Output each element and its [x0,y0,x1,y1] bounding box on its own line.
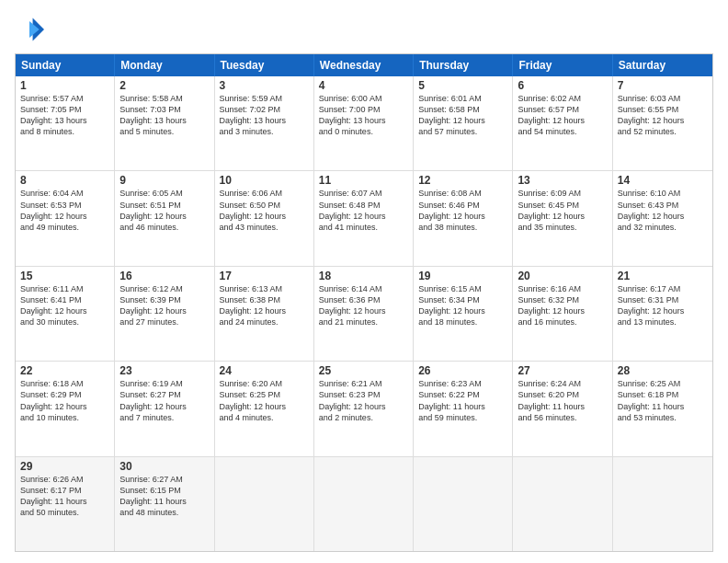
calendar-row-4: 22Sunrise: 6:18 AM Sunset: 6:29 PM Dayli… [16,361,712,455]
logo-icon [15,15,44,44]
day-number: 26 [418,364,507,377]
calendar-body: 1Sunrise: 5:57 AM Sunset: 7:05 PM Daylig… [16,76,712,551]
day-info: Sunrise: 6:03 AM Sunset: 6:55 PM Dayligh… [618,93,708,138]
day-cell-30: 30Sunrise: 6:27 AM Sunset: 6:15 PM Dayli… [115,457,214,551]
day-number: 15 [20,270,109,282]
header [15,15,713,44]
day-cell-16: 16Sunrise: 6:12 AM Sunset: 6:39 PM Dayli… [115,267,214,361]
day-cell-4: 4Sunrise: 6:00 AM Sunset: 7:00 PM Daylig… [314,76,414,170]
day-number: 27 [518,364,607,377]
day-info: Sunrise: 6:20 AM Sunset: 6:25 PM Dayligh… [220,378,309,423]
day-number: 24 [220,364,309,377]
empty-cell [513,457,612,551]
day-info: Sunrise: 6:10 AM Sunset: 6:43 PM Dayligh… [618,188,708,233]
header-day-tuesday: Tuesday [215,54,314,76]
day-number: 2 [119,79,209,92]
calendar-row-2: 8Sunrise: 6:04 AM Sunset: 6:53 PM Daylig… [16,170,712,265]
day-number: 5 [418,79,507,92]
day-number: 10 [220,174,309,187]
day-info: Sunrise: 6:13 AM Sunset: 6:38 PM Dayligh… [220,283,309,328]
day-number: 17 [220,270,309,282]
day-info: Sunrise: 6:02 AM Sunset: 6:57 PM Dayligh… [518,93,607,138]
day-cell-11: 11Sunrise: 6:07 AM Sunset: 6:48 PM Dayli… [314,171,414,265]
day-info: Sunrise: 6:17 AM Sunset: 6:31 PM Dayligh… [618,283,708,328]
empty-cell [414,457,513,551]
day-cell-17: 17Sunrise: 6:13 AM Sunset: 6:38 PM Dayli… [215,267,314,361]
day-cell-2: 2Sunrise: 5:58 AM Sunset: 7:03 PM Daylig… [115,76,214,170]
day-info: Sunrise: 6:14 AM Sunset: 6:36 PM Dayligh… [319,283,408,328]
day-number: 28 [618,364,708,377]
day-info: Sunrise: 6:23 AM Sunset: 6:22 PM Dayligh… [418,378,507,423]
day-number: 14 [618,174,708,187]
day-info: Sunrise: 6:07 AM Sunset: 6:48 PM Dayligh… [319,188,408,233]
day-info: Sunrise: 6:05 AM Sunset: 6:51 PM Dayligh… [119,188,209,233]
day-number: 21 [618,270,708,282]
day-info: Sunrise: 6:21 AM Sunset: 6:23 PM Dayligh… [319,378,408,423]
page: SundayMondayTuesdayWednesdayThursdayFrid… [0,0,728,563]
header-day-saturday: Saturday [613,54,712,76]
day-number: 13 [518,174,607,187]
day-cell-9: 9Sunrise: 6:05 AM Sunset: 6:51 PM Daylig… [115,171,214,265]
day-cell-6: 6Sunrise: 6:02 AM Sunset: 6:57 PM Daylig… [513,76,612,170]
day-number: 1 [20,79,109,92]
day-info: Sunrise: 6:27 AM Sunset: 6:15 PM Dayligh… [119,474,209,519]
day-number: 30 [119,460,209,473]
day-info: Sunrise: 6:19 AM Sunset: 6:27 PM Dayligh… [119,378,209,423]
day-cell-7: 7Sunrise: 6:03 AM Sunset: 6:55 PM Daylig… [613,76,712,170]
calendar-row-5: 29Sunrise: 6:26 AM Sunset: 6:17 PM Dayli… [16,456,712,551]
day-number: 20 [518,270,607,282]
day-number: 19 [418,270,507,282]
day-info: Sunrise: 6:09 AM Sunset: 6:45 PM Dayligh… [518,188,607,233]
day-cell-8: 8Sunrise: 6:04 AM Sunset: 6:53 PM Daylig… [16,171,115,265]
empty-cell [613,457,712,551]
day-info: Sunrise: 6:00 AM Sunset: 7:00 PM Dayligh… [319,93,408,138]
day-number: 4 [319,79,408,92]
day-info: Sunrise: 6:25 AM Sunset: 6:18 PM Dayligh… [618,378,708,423]
day-number: 18 [319,270,408,282]
day-info: Sunrise: 5:58 AM Sunset: 7:03 PM Dayligh… [119,93,209,138]
calendar: SundayMondayTuesdayWednesdayThursdayFrid… [15,53,713,552]
header-day-thursday: Thursday [414,54,513,76]
calendar-row-3: 15Sunrise: 6:11 AM Sunset: 6:41 PM Dayli… [16,266,712,361]
day-cell-18: 18Sunrise: 6:14 AM Sunset: 6:36 PM Dayli… [314,267,414,361]
day-info: Sunrise: 6:16 AM Sunset: 6:32 PM Dayligh… [518,283,607,328]
day-number: 22 [20,364,109,377]
header-day-sunday: Sunday [16,54,115,76]
day-cell-21: 21Sunrise: 6:17 AM Sunset: 6:31 PM Dayli… [613,267,712,361]
day-number: 11 [319,174,408,187]
day-info: Sunrise: 5:59 AM Sunset: 7:02 PM Dayligh… [220,93,309,138]
day-cell-3: 3Sunrise: 5:59 AM Sunset: 7:02 PM Daylig… [215,76,314,170]
day-cell-25: 25Sunrise: 6:21 AM Sunset: 6:23 PM Dayli… [314,362,414,455]
header-day-monday: Monday [115,54,214,76]
header-day-wednesday: Wednesday [314,54,414,76]
day-cell-15: 15Sunrise: 6:11 AM Sunset: 6:41 PM Dayli… [16,267,115,361]
day-cell-22: 22Sunrise: 6:18 AM Sunset: 6:29 PM Dayli… [16,362,115,455]
day-info: Sunrise: 6:15 AM Sunset: 6:34 PM Dayligh… [418,283,507,328]
day-info: Sunrise: 5:57 AM Sunset: 7:05 PM Dayligh… [20,93,109,138]
day-cell-5: 5Sunrise: 6:01 AM Sunset: 6:58 PM Daylig… [414,76,513,170]
day-info: Sunrise: 6:01 AM Sunset: 6:58 PM Dayligh… [418,93,507,138]
day-cell-28: 28Sunrise: 6:25 AM Sunset: 6:18 PM Dayli… [613,362,712,455]
empty-cell [215,457,314,551]
day-cell-26: 26Sunrise: 6:23 AM Sunset: 6:22 PM Dayli… [414,362,513,455]
day-info: Sunrise: 6:18 AM Sunset: 6:29 PM Dayligh… [20,378,109,423]
calendar-row-1: 1Sunrise: 5:57 AM Sunset: 7:05 PM Daylig… [16,76,712,170]
day-number: 7 [618,79,708,92]
header-day-friday: Friday [513,54,612,76]
day-cell-24: 24Sunrise: 6:20 AM Sunset: 6:25 PM Dayli… [215,362,314,455]
day-number: 8 [20,174,109,187]
day-cell-27: 27Sunrise: 6:24 AM Sunset: 6:20 PM Dayli… [513,362,612,455]
day-cell-13: 13Sunrise: 6:09 AM Sunset: 6:45 PM Dayli… [513,171,612,265]
day-number: 25 [319,364,408,377]
day-number: 9 [119,174,209,187]
day-info: Sunrise: 6:11 AM Sunset: 6:41 PM Dayligh… [20,283,109,328]
day-cell-29: 29Sunrise: 6:26 AM Sunset: 6:17 PM Dayli… [16,457,115,551]
day-info: Sunrise: 6:06 AM Sunset: 6:50 PM Dayligh… [220,188,309,233]
logo [15,15,48,44]
day-cell-19: 19Sunrise: 6:15 AM Sunset: 6:34 PM Dayli… [414,267,513,361]
day-number: 6 [518,79,607,92]
day-number: 16 [119,270,209,282]
day-cell-10: 10Sunrise: 6:06 AM Sunset: 6:50 PM Dayli… [215,171,314,265]
day-cell-23: 23Sunrise: 6:19 AM Sunset: 6:27 PM Dayli… [115,362,214,455]
empty-cell [314,457,414,551]
